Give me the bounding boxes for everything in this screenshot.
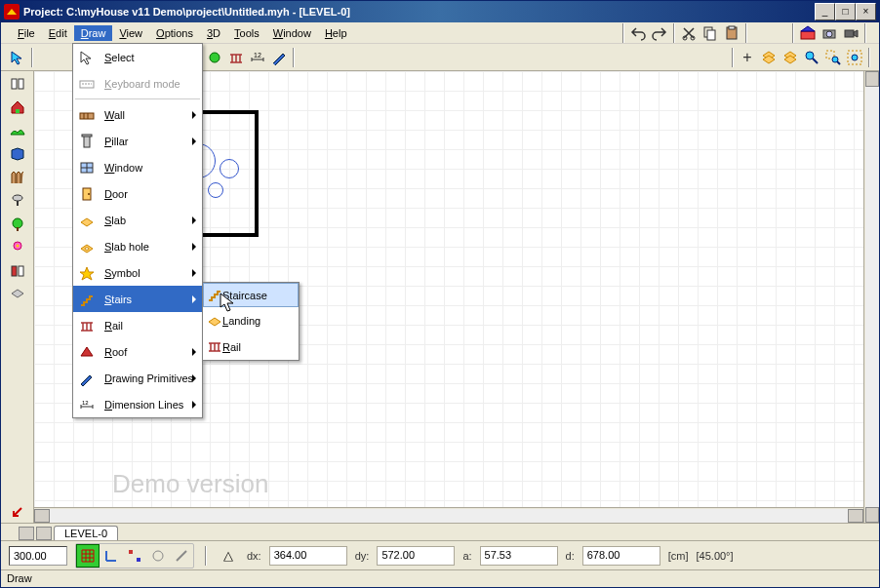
level-tab-0[interactable]: LEVEL-0 xyxy=(54,526,118,540)
menu-view[interactable]: View xyxy=(112,25,149,41)
ltool-book[interactable] xyxy=(7,73,28,95)
draw-menu-pillar[interactable]: Pillar xyxy=(73,128,202,154)
tool-pencil[interactable] xyxy=(268,47,290,68)
draw-menu-slab-hole[interactable]: Slab hole xyxy=(73,233,202,259)
dy-label: dy: xyxy=(355,550,370,562)
scroll-down[interactable] xyxy=(865,507,879,523)
horizontal-scrollbar[interactable] xyxy=(34,507,863,523)
scroll-right[interactable] xyxy=(848,509,863,523)
tool-layers1[interactable] xyxy=(758,47,780,68)
window-title: Project: C:\myHouse v11 Demo\project\Unt… xyxy=(23,6,815,18)
roof-icon xyxy=(77,342,97,362)
draw-menu-wall[interactable]: Wall xyxy=(73,101,202,128)
draw-menu-slab[interactable]: Slab xyxy=(73,207,202,233)
tool-layers2[interactable] xyxy=(780,47,801,68)
draw-menu-keyboard-mode[interactable]: Keyboard mode xyxy=(73,70,202,97)
unit-label: [cm] xyxy=(668,550,689,562)
tool-symbol[interactable] xyxy=(204,47,225,68)
tool-dim[interactable]: 12 xyxy=(247,47,268,68)
ltool-book2[interactable] xyxy=(7,260,28,282)
staircase-icon xyxy=(207,287,222,304)
ltool-arrow-red[interactable] xyxy=(7,501,28,523)
tool-zoom-window[interactable] xyxy=(822,47,844,68)
stairs-icon xyxy=(77,290,97,309)
ltool-layers[interactable] xyxy=(7,284,28,305)
movie-button[interactable] xyxy=(840,22,861,44)
draw-menu-door[interactable]: Door xyxy=(73,180,202,207)
svg-marker-49 xyxy=(81,347,93,356)
svg-marker-12 xyxy=(12,52,21,64)
tool-zoom-extents[interactable] xyxy=(844,47,865,68)
draw-menu-rail[interactable]: Rail xyxy=(73,312,202,338)
svg-marker-11 xyxy=(854,30,858,37)
paste-button[interactable] xyxy=(721,22,742,44)
redo-button[interactable] xyxy=(649,22,670,44)
ltool-tree[interactable] xyxy=(7,214,28,235)
ltool-wall3d[interactable] xyxy=(7,143,28,165)
svg-rect-27 xyxy=(16,109,20,113)
svg-point-38 xyxy=(153,551,163,561)
minimize-button[interactable]: _ xyxy=(815,3,835,20)
camera-button[interactable] xyxy=(819,22,840,44)
copy-button[interactable] xyxy=(700,22,721,44)
circle-snap-button[interactable] xyxy=(146,544,170,568)
offset-input[interactable] xyxy=(9,546,67,566)
menu-tools[interactable]: Tools xyxy=(227,25,266,41)
submenu-label: Staircase xyxy=(222,290,267,301)
tool-rail[interactable] xyxy=(225,47,247,68)
rail-icon xyxy=(207,338,222,356)
close-button[interactable]: × xyxy=(856,3,876,20)
menu-help[interactable]: Help xyxy=(318,25,354,41)
delta-button[interactable]: △ xyxy=(218,545,239,567)
maximize-button[interactable]: □ xyxy=(835,3,856,20)
draw-menu-symbol[interactable]: Symbol xyxy=(73,259,202,286)
menu-label: Select xyxy=(104,52,135,63)
menu-label: Door xyxy=(104,188,128,200)
undo-button[interactable] xyxy=(627,22,649,44)
snap-grid-button[interactable] xyxy=(76,544,100,568)
svg-rect-33 xyxy=(12,266,17,276)
symbol-icon xyxy=(77,263,97,283)
draw-menu-stairs[interactable]: Stairs xyxy=(73,286,202,312)
draw-menu-drawing-primitives[interactable]: Drawing Primitives xyxy=(73,365,202,391)
menu-draw[interactable]: Draw xyxy=(74,25,113,41)
stairs-submenu-staircase[interactable]: Staircase xyxy=(203,283,299,307)
scroll-up[interactable] xyxy=(865,71,879,87)
stairs-submenu-rail[interactable]: Rail xyxy=(203,333,299,360)
snap-button[interactable] xyxy=(123,544,146,568)
ltool-terrain[interactable] xyxy=(7,120,28,141)
vertical-scrollbar[interactable] xyxy=(863,71,879,523)
pencil-icon xyxy=(77,369,97,388)
draw-menu-dropdown: SelectKeyboard modeWallPillarWindowDoorS… xyxy=(72,43,203,418)
draw-menu-window[interactable]: Window xyxy=(73,154,202,180)
ltool-house[interactable] xyxy=(7,97,28,118)
tool-cursor[interactable] xyxy=(7,47,28,68)
ltool-fence[interactable] xyxy=(7,167,28,188)
scroll-left[interactable] xyxy=(34,509,50,523)
render-button[interactable] xyxy=(797,22,819,44)
titlebar: Project: C:\myHouse v11 Demo\project\Unt… xyxy=(1,1,879,22)
svg-point-19 xyxy=(806,52,814,59)
draw-menu-select[interactable]: Select xyxy=(73,44,202,70)
menu-edit[interactable]: Edit xyxy=(42,25,74,41)
line-snap-button[interactable] xyxy=(170,544,193,568)
tab-next[interactable] xyxy=(36,527,52,540)
tool-zoom[interactable] xyxy=(801,47,822,68)
svg-point-29 xyxy=(13,218,22,228)
stairs-submenu: StaircaseLandingRail xyxy=(202,282,300,361)
ortho-button[interactable] xyxy=(100,544,123,568)
draw-menu-dimension-lines[interactable]: 12Dimension Lines xyxy=(73,391,202,417)
stairs-submenu-landing[interactable]: Landing xyxy=(203,307,299,333)
menu-3d[interactable]: 3D xyxy=(200,25,227,41)
cut-button[interactable] xyxy=(678,22,700,44)
menu-options[interactable]: Options xyxy=(149,25,200,41)
menu-window[interactable]: Window xyxy=(266,25,318,41)
ltool-lamp[interactable] xyxy=(7,190,28,212)
tool-plus[interactable]: + xyxy=(737,47,758,68)
ltool-flower[interactable] xyxy=(7,237,28,258)
tab-prev[interactable] xyxy=(19,527,34,540)
draw-menu-roof[interactable]: Roof xyxy=(73,338,202,365)
menu-file[interactable]: File xyxy=(11,25,42,41)
svg-point-28 xyxy=(13,195,22,201)
menu-label: Keyboard mode xyxy=(104,78,180,90)
